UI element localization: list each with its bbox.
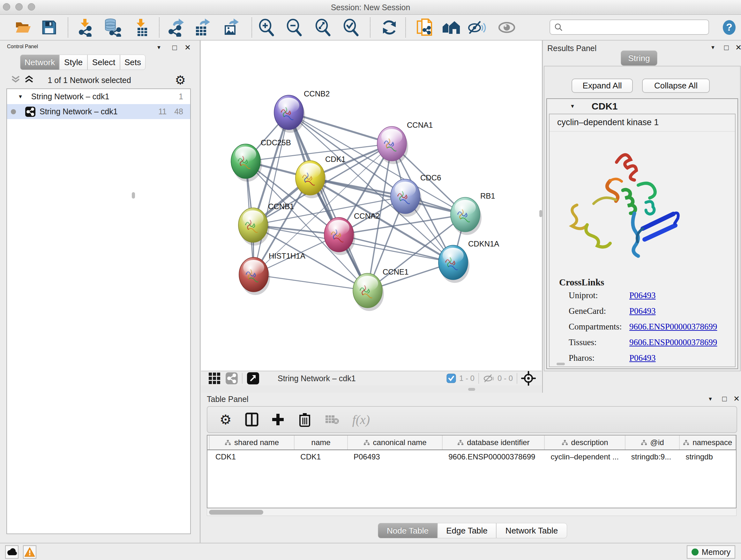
export-image-button[interactable] xyxy=(221,17,241,38)
birds-eye-view-icon[interactable] xyxy=(208,372,221,385)
network-edge[interactable] xyxy=(254,112,289,274)
warnings-button[interactable] xyxy=(23,545,37,559)
collapse-all-button[interactable]: Collapse All xyxy=(642,78,710,93)
table-cell[interactable]: CDK1 xyxy=(210,452,294,461)
import-network-database-button[interactable] xyxy=(102,17,123,38)
panel-menu-icon[interactable]: ▼ xyxy=(708,396,713,401)
table-options-gear-icon[interactable]: ⚙ xyxy=(219,412,232,428)
panel-menu-icon[interactable]: ▼ xyxy=(711,45,716,50)
network-edge[interactable] xyxy=(289,112,367,291)
column-header-sharedname[interactable]: shared name xyxy=(210,435,294,449)
table-cell[interactable]: cyclin–dependent ... xyxy=(545,452,625,461)
column-header-canonicalname[interactable]: canonical name xyxy=(348,435,443,449)
gene-header[interactable]: ▼ CDK1 xyxy=(547,99,738,114)
scrollbar-thumb[interactable] xyxy=(209,510,263,515)
apply-layout-button[interactable] xyxy=(379,17,400,38)
network-canvas[interactable]: CCNB2CCNA1CDC25BCDK1CDC6RB1CCNB1CCNA2CDK… xyxy=(201,41,542,371)
eye-slash-icon xyxy=(468,19,487,36)
expand-all-button[interactable]: Expand All xyxy=(571,78,633,93)
results-panel-splitter-handle[interactable] xyxy=(539,210,542,217)
tab-string[interactable]: String xyxy=(621,51,657,66)
import-table-button[interactable] xyxy=(131,17,152,38)
hide-graphics-details-button[interactable] xyxy=(467,17,487,38)
open-session-button[interactable] xyxy=(13,17,33,38)
show-graphics-details-button[interactable] xyxy=(496,17,517,38)
table-cell[interactable]: stringdb:9... xyxy=(625,452,680,461)
network-node-cdc25b[interactable] xyxy=(231,144,262,182)
clone-network-button[interactable] xyxy=(414,17,434,38)
table-horizontal-scrollbar[interactable] xyxy=(207,509,737,516)
show-all-networks-button[interactable] xyxy=(441,17,462,38)
column-header-databaseidentifier[interactable]: database identifier xyxy=(443,435,545,449)
crosslink-link[interactable]: 9606.ENSP00000378699 xyxy=(629,322,717,332)
search-input[interactable] xyxy=(563,22,709,32)
column-header-id[interactable]: @id xyxy=(625,435,680,449)
close-panel-icon[interactable]: ✕ xyxy=(185,44,191,51)
network-collection-row[interactable]: ▼ String Network – cdk1 1 xyxy=(7,89,190,104)
import-network-file-button[interactable] xyxy=(75,17,96,38)
network-node-ccnb2[interactable] xyxy=(274,95,305,133)
table-cell[interactable]: CDK1 xyxy=(294,452,348,461)
export-table-button[interactable] xyxy=(192,17,212,38)
network-node-cdkn1a[interactable] xyxy=(439,245,469,283)
gene-details-hscroll-thumb[interactable] xyxy=(556,363,565,365)
tab-style[interactable]: Style xyxy=(59,55,87,70)
crosslink-link[interactable]: P06493 xyxy=(629,306,656,316)
network-node-cdk1[interactable] xyxy=(295,161,327,198)
table-cell[interactable]: 9606.ENSP00000378699 xyxy=(443,452,545,461)
close-panel-icon[interactable]: ✕ xyxy=(733,395,740,402)
memory-status-dot-icon xyxy=(691,549,698,556)
tab-sets[interactable]: Sets xyxy=(120,55,145,70)
tab-select[interactable]: Select xyxy=(87,55,120,70)
tab-edge-table[interactable]: Edge Table xyxy=(437,523,496,538)
fit-content-crosshair-icon[interactable] xyxy=(521,371,536,386)
crosslink-link[interactable]: 9606.ENSP00000378699 xyxy=(629,337,717,348)
float-panel-icon[interactable]: □ xyxy=(724,44,729,51)
network-view-share-icon[interactable] xyxy=(225,372,238,385)
table-cell[interactable]: stringdb xyxy=(680,452,736,461)
export-image-icon xyxy=(222,18,240,37)
cloud-status-button[interactable] xyxy=(5,545,18,559)
help-button[interactable]: ? xyxy=(719,17,739,38)
save-session-button[interactable] xyxy=(39,17,59,38)
column-header-name[interactable]: name xyxy=(294,435,348,449)
tab-node-table[interactable]: Node Table xyxy=(378,523,437,538)
float-panel-icon[interactable]: □ xyxy=(172,44,177,51)
collection-expand-icon[interactable]: ▼ xyxy=(18,94,23,99)
tab-network-table[interactable]: Network Table xyxy=(496,523,567,538)
zoom-selected-button[interactable] xyxy=(341,17,361,38)
zoom-out-button[interactable] xyxy=(284,17,305,38)
crosslink-link[interactable]: P06493 xyxy=(629,353,656,363)
memory-button[interactable]: Memory xyxy=(687,545,735,559)
add-column-plus-icon[interactable] xyxy=(271,413,285,427)
network-node-cdc6[interactable] xyxy=(391,179,421,217)
selected-checkbox-icon[interactable] xyxy=(447,374,456,383)
network-row-selected[interactable]: String Network – cdk1 11 48 xyxy=(7,104,190,119)
network-node-ccnb1[interactable] xyxy=(239,208,269,246)
network-node-ccna1[interactable] xyxy=(377,126,408,164)
detach-view-icon[interactable] xyxy=(246,372,260,385)
zoom-in-button[interactable] xyxy=(256,17,277,38)
close-panel-icon[interactable]: ✕ xyxy=(735,44,741,51)
network-edge[interactable] xyxy=(254,274,367,291)
zoom-fit-button[interactable] xyxy=(313,17,333,38)
tab-network[interactable]: Network xyxy=(20,55,59,70)
network-graph[interactable]: CCNB2CCNA1CDC25BCDK1CDC6RB1CCNB1CCNA2CDK… xyxy=(201,41,542,371)
delete-column-trash-icon[interactable] xyxy=(299,412,311,427)
table-panel-splitter-handle[interactable] xyxy=(468,388,475,391)
table-cell[interactable]: P06493 xyxy=(348,452,443,461)
show-columns-icon[interactable] xyxy=(245,413,259,427)
network-options-gear-icon[interactable]: ⚙ xyxy=(175,73,186,87)
gene-collapse-icon[interactable]: ▼ xyxy=(570,104,575,109)
float-panel-icon[interactable]: □ xyxy=(722,395,727,402)
export-network-button[interactable] xyxy=(166,17,186,38)
panel-menu-icon[interactable]: ▼ xyxy=(156,45,161,50)
crosslink-link[interactable]: P06493 xyxy=(629,291,656,300)
column-header-description[interactable]: description xyxy=(545,435,625,449)
copy-network-documents-icon xyxy=(415,18,433,37)
network-node-ccne1[interactable] xyxy=(353,273,384,311)
network-node-hist1h1a[interactable] xyxy=(239,257,270,295)
control-panel-splitter-handle[interactable] xyxy=(132,192,135,199)
column-header-namespace[interactable]: namespace xyxy=(680,435,736,449)
network-node-rb1[interactable] xyxy=(451,197,482,235)
